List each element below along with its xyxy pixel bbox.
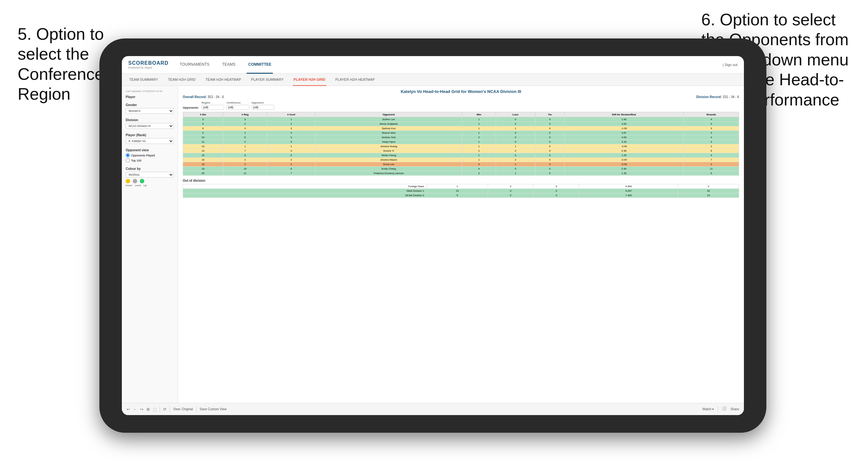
td-win: 2: [462, 149, 496, 153]
td-rounds: 9: [684, 149, 739, 153]
toolbar-watch-label: Watch ▾: [703, 407, 714, 411]
sidebar-radio-opponents-played-input[interactable]: [126, 153, 130, 157]
sidebar-gender-label: Gender: [126, 103, 174, 107]
out-td-rounds: 2: [678, 184, 739, 189]
sidebar-radio-top100-input[interactable]: [126, 158, 130, 162]
sidebar-gender-select[interactable]: Women's: [126, 108, 174, 114]
td-diff: 4.00: [564, 122, 684, 126]
td-opponent: Alexis Sudjianto: [315, 122, 462, 126]
sidebar-radio-opponents-played[interactable]: Opponents Played: [126, 153, 174, 157]
color-circles: [126, 179, 174, 183]
toolbar-redo[interactable]: ↪: [140, 407, 143, 411]
toolbar-sep-2: [169, 406, 170, 412]
nav-tournaments[interactable]: TOURNAMENTS: [178, 56, 211, 74]
td-opponent: Euna Lee: [315, 162, 462, 167]
td-conf: 2: [267, 122, 315, 126]
th-diff: Diff Av Strokes/Rnd: [564, 112, 684, 117]
sidebar-radio-opponents-played-label: Opponents Played: [131, 154, 155, 157]
sidebar-player-rank-section: Player (Rank) 8. Katelyn Vo: [126, 133, 174, 144]
subnav-team-h2h-grid[interactable]: TEAM H2H GRID: [167, 74, 196, 86]
toolbar-save-custom[interactable]: Save Custom View: [200, 407, 227, 411]
td-conf: 6: [267, 167, 315, 171]
out-td-tie: 0: [533, 184, 580, 189]
subnav-player-summary[interactable]: PLAYER SUMMARY: [250, 74, 285, 86]
td-diff: 1.33: [564, 171, 684, 176]
out-td-win: 15: [427, 189, 488, 193]
table-row: 16 3 3 Jessica Mason 1 2 0 -0.94 7: [183, 158, 739, 162]
circle-label-up: Up: [144, 184, 147, 187]
td-diff: -5.00: [564, 162, 684, 167]
filter-conference-label: Conference: [227, 101, 249, 104]
nav-sign-out[interactable]: | Sign out: [723, 63, 738, 67]
td-win: 0: [462, 162, 496, 167]
toolbar-share-label: Share: [731, 407, 739, 411]
out-td-win: 1: [427, 184, 488, 189]
sidebar-radio-top100-label: Top 100: [131, 159, 142, 162]
subnav-player-h2h-heatmap[interactable]: PLAYER H2H HEATMAP: [335, 74, 376, 86]
sidebar-player-label: Player: [126, 95, 174, 99]
td-reg: 7: [223, 149, 267, 153]
td-rounds: 6: [684, 171, 739, 176]
td-rounds: 3: [684, 140, 739, 144]
filter-opponent-group: Opponent (All): [252, 101, 274, 110]
td-tie: 0: [535, 162, 564, 167]
td-tie: 0: [535, 117, 564, 122]
th-div: # Div: [183, 112, 223, 117]
td-loss: 0: [496, 167, 535, 171]
circle-labels: Down Level Up: [126, 184, 174, 187]
toolbar-sep-4: [718, 406, 718, 412]
nav-teams[interactable]: TEAMS: [221, 56, 237, 74]
toolbar-share-icon[interactable]: ⬜: [722, 406, 726, 412]
subnav-player-h2h-grid[interactable]: PLAYER H2H GRID: [293, 74, 327, 86]
nav-committee[interactable]: COMMITTEE: [247, 56, 273, 74]
td-loss: 2: [496, 158, 535, 162]
th-win: Win: [462, 112, 496, 117]
td-diff: 0.30: [564, 167, 684, 171]
logo-scoreboard: SCOREBOARD: [128, 60, 169, 66]
division-record: Division Record: 331 - 34 - 6: [696, 95, 739, 99]
opponents-label: Opponents:: [183, 106, 199, 110]
out-td-tie: 0: [533, 189, 580, 193]
sidebar-player-rank-select[interactable]: 8. Katelyn Vo: [126, 138, 174, 144]
sidebar-radio-top100[interactable]: Top 100: [126, 158, 174, 162]
filter-opponent-label: Opponent: [252, 101, 274, 104]
sidebar-division-select[interactable]: NCAA Division III: [126, 123, 174, 129]
top-nav: SCOREBOARD Powered by clippd TOURNAMENTS…: [122, 56, 744, 74]
td-div: 19: [183, 167, 223, 171]
records-row: Overall Record: 353 - 34 - 6 Division Re…: [183, 95, 739, 99]
subnav-team-h2h-heatmap[interactable]: TEAM H2H HEATMAP: [205, 74, 242, 86]
toolbar-undo[interactable]: ↩: [127, 407, 130, 411]
sidebar-colour-select[interactable]: Win/loss: [126, 172, 174, 178]
td-win: 1: [462, 126, 496, 131]
toolbar-view-original[interactable]: View: Original: [173, 407, 193, 411]
toolbar-clock[interactable]: ⟳: [163, 407, 166, 411]
circle-yellow: [126, 179, 130, 183]
td-conf: 2: [267, 162, 315, 167]
td-rounds: 4: [684, 117, 739, 122]
td-reg: 3: [223, 126, 267, 131]
out-of-division-label: Out of division: [183, 179, 739, 182]
td-rounds: 2: [684, 144, 739, 149]
table-row: 14 7 4 Eunice Yi 2 2 0 0.38 9: [183, 149, 739, 153]
out-td-win: 5: [427, 193, 488, 198]
filter-region-select[interactable]: (All): [202, 105, 224, 110]
sidebar-opponent-view-section: Opponent view Opponents Played Top 100: [126, 148, 174, 162]
td-tie: 0: [535, 135, 564, 140]
toolbar-grid[interactable]: ⊞: [147, 407, 150, 411]
toolbar-watch[interactable]: Watch ▾: [703, 406, 714, 412]
toolbar-share[interactable]: Share: [731, 406, 739, 412]
table-row: 13 1 1 Jessica Huang 1 1 0 -3.00 2: [183, 144, 739, 149]
out-td-diff: 7.400: [579, 193, 678, 198]
sidebar-colour-label: Colour by: [126, 167, 174, 170]
th-opponent: Opponent: [315, 112, 462, 117]
filter-conference-group: Conference (All): [227, 101, 249, 110]
td-div: 11: [183, 140, 223, 144]
td-diff: 3.67: [564, 131, 684, 135]
toolbar-back[interactable]: ←: [133, 407, 137, 411]
td-tie: 0: [535, 153, 564, 158]
table-row: 15 8 5 Stella Cheng 1 0 0 1.25 4: [183, 153, 739, 158]
toolbar-camera[interactable]: ⬚: [153, 407, 156, 411]
filter-conference-select[interactable]: (All): [227, 105, 249, 110]
filter-opponent-select[interactable]: (All): [252, 105, 274, 110]
subnav-team-summary[interactable]: TEAM SUMMARY: [128, 74, 159, 86]
